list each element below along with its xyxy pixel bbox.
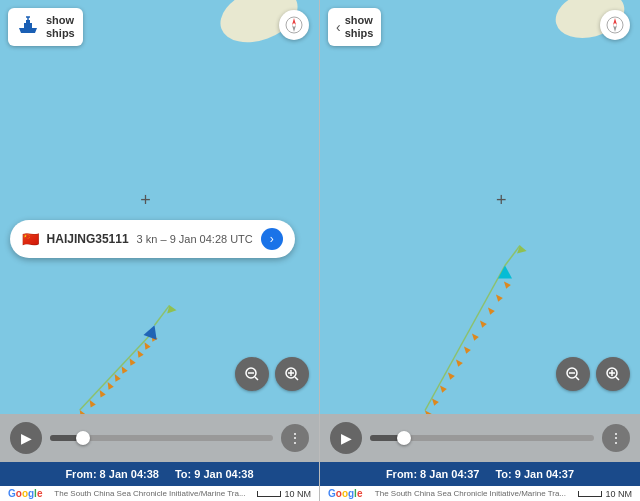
play-button-left[interactable]: ▶ [10, 422, 42, 454]
show-ships-label-left: show ships [46, 14, 75, 40]
play-button-right[interactable]: ▶ [330, 422, 362, 454]
back-arrow-icon: ‹ [336, 19, 341, 35]
attribution-right: The South China Sea Chronicle Initiative… [375, 489, 566, 498]
compass-icon-right [605, 15, 625, 35]
date-to-right: To: 9 Jan 04:37 [495, 468, 574, 480]
svg-line-26 [425, 266, 505, 411]
progress-thumb-left[interactable] [76, 431, 90, 445]
bottom-controls-left: ▶ ⋮ From: 8 Jan 04:38 To: 9 Jan 04:38 Go… [0, 414, 319, 501]
progress-track-right[interactable] [370, 435, 594, 441]
playback-bar-right: ▶ ⋮ [320, 414, 640, 462]
svg-marker-31 [454, 358, 463, 367]
ship-flag: 🇨🇳 [22, 231, 39, 247]
svg-marker-43 [613, 25, 617, 32]
date-from-left: From: 8 Jan 04:38 [65, 468, 159, 480]
svg-line-12 [155, 305, 170, 325]
svg-marker-32 [462, 345, 471, 354]
crosshair-left: + [140, 190, 151, 211]
more-button-left[interactable]: ⋮ [281, 424, 309, 452]
svg-marker-36 [494, 293, 503, 302]
right-panel: ‹ show ships + [320, 0, 640, 501]
scale-bar-left: 10 NM [257, 489, 311, 499]
scale-bar-right: 10 NM [578, 489, 632, 499]
progress-thumb-right[interactable] [397, 431, 411, 445]
svg-marker-34 [478, 319, 487, 328]
google-logo-left: Google [8, 488, 42, 499]
google-logo-right: Google [328, 488, 362, 499]
playback-bar-left: ▶ ⋮ [0, 414, 319, 462]
ship-name: HAIJING35111 [47, 232, 129, 246]
ship-icon-left [16, 15, 40, 39]
compass-icon-left [284, 15, 304, 35]
left-panel: show ships + 🇨🇳 HAIJING35111 3 kn – 9 Ja… [0, 0, 320, 501]
date-range-bar-right: From: 8 Jan 04:37 To: 9 Jan 04:37 [320, 462, 640, 486]
svg-line-0 [80, 330, 155, 410]
google-bar-left: Google The South China Sea Chronicle Ini… [0, 486, 319, 501]
compass-left[interactable] [279, 10, 309, 40]
svg-marker-42 [613, 18, 617, 25]
date-to-left: To: 9 Jan 04:38 [175, 468, 254, 480]
compass-right[interactable] [600, 10, 630, 40]
svg-marker-18 [292, 25, 296, 32]
date-range-bar-left: From: 8 Jan 04:38 To: 9 Jan 04:38 [0, 462, 319, 486]
show-ships-label-right: show ships [345, 14, 374, 40]
ship-info-popup: 🇨🇳 HAIJING35111 3 kn – 9 Jan 04:28 UTC › [10, 220, 295, 258]
date-from-right: From: 8 Jan 04:37 [386, 468, 480, 480]
attribution-left: The South China Sea Chronicle Initiative… [54, 489, 245, 498]
crosshair-right: + [496, 190, 507, 211]
scale-line-left [257, 491, 281, 497]
ship-detail-button[interactable]: › [261, 228, 283, 250]
scale-text-right: 10 NM [605, 489, 632, 499]
svg-marker-17 [292, 18, 296, 25]
scale-line-right [578, 491, 602, 497]
scale-text-left: 10 NM [284, 489, 311, 499]
more-button-right[interactable]: ⋮ [602, 424, 630, 452]
svg-marker-38 [498, 266, 512, 279]
ship-speed: 3 kn – 9 Jan 04:28 UTC [137, 233, 253, 245]
bottom-controls-right: ▶ ⋮ From: 8 Jan 04:37 To: 9 Jan 04:37 Go… [320, 414, 640, 501]
google-bar-right: Google The South China Sea Chronicle Ini… [320, 486, 640, 501]
svg-marker-35 [486, 306, 495, 315]
svg-marker-33 [470, 332, 479, 341]
show-ships-button-left[interactable]: show ships [8, 8, 83, 46]
progress-track-left[interactable] [50, 435, 273, 441]
svg-marker-37 [502, 280, 511, 289]
svg-line-39 [505, 246, 520, 266]
svg-marker-11 [144, 323, 162, 340]
back-show-ships-button-right[interactable]: ‹ show ships [328, 8, 381, 46]
